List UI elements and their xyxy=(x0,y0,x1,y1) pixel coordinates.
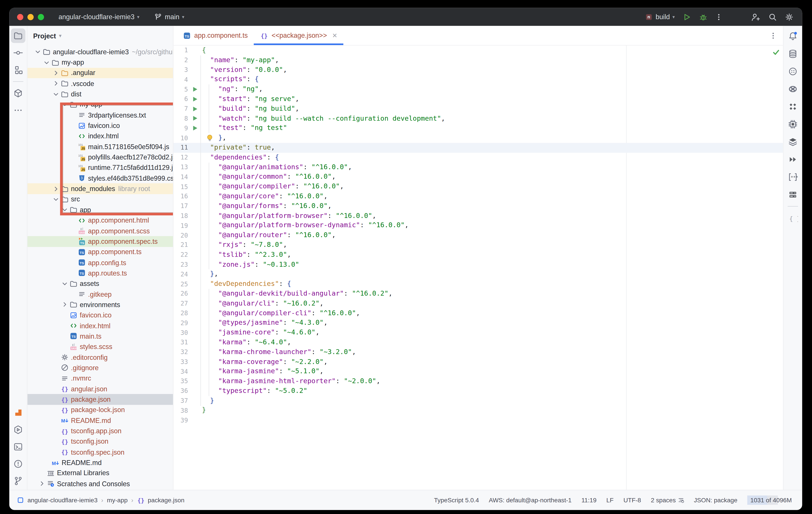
status-item[interactable]: UTF-8 xyxy=(624,496,641,504)
close-tab-icon[interactable]: ✕ xyxy=(332,32,337,39)
chevron-right-icon[interactable] xyxy=(61,300,69,309)
tab-app-component-ts[interactable]: TS app.component.ts xyxy=(176,26,254,45)
tree-row[interactable]: External Libraries xyxy=(27,468,173,479)
close-window-button[interactable] xyxy=(17,14,23,20)
line-number[interactable]: 6 xyxy=(173,95,188,103)
settings-button[interactable] xyxy=(785,12,794,21)
line-number[interactable]: 11 xyxy=(173,144,188,151)
tree-row[interactable]: index.html xyxy=(27,131,173,142)
line-number[interactable]: 13 xyxy=(173,164,188,171)
tree-row[interactable]: {}tsconfig.json xyxy=(27,436,173,447)
line-number[interactable]: 1 xyxy=(173,47,188,54)
tree-row[interactable]: TSapp.config.ts xyxy=(27,257,173,268)
chevron-down-icon[interactable] xyxy=(61,100,69,109)
line-number[interactable]: 26 xyxy=(173,290,188,297)
line-number[interactable]: 18 xyxy=(173,212,188,219)
chevron-down-icon[interactable] xyxy=(61,279,69,288)
line-number[interactable]: 37 xyxy=(173,397,188,404)
project-name-menu[interactable]: angular-cloudflare-iemie3 ▾ xyxy=(58,13,140,21)
debug-button[interactable] xyxy=(699,12,708,21)
breadcrumb-item[interactable]: {}package.json xyxy=(137,496,184,504)
line-number[interactable]: 5 xyxy=(173,86,188,93)
branch-menu[interactable]: main ▾ xyxy=(154,13,184,21)
line-number[interactable]: 28 xyxy=(173,309,188,317)
tab-options-kebab-icon[interactable] xyxy=(770,31,777,40)
notifications-bell-icon[interactable] xyxy=(785,29,800,43)
run-configuration-selector[interactable]: build ▾ xyxy=(645,13,675,21)
chevron-down-icon[interactable] xyxy=(52,90,60,98)
diamonds-icon[interactable] xyxy=(785,99,800,114)
tree-row[interactable]: 101JSpolyfills.4aecfb127e78c0d2.js xyxy=(27,152,173,162)
tree-row[interactable]: 101JSruntime.771c5fa6dd11d129.js xyxy=(27,162,173,173)
tree-row[interactable]: MREADME.md xyxy=(27,457,173,468)
tree-row[interactable]: Scratches and Consoles xyxy=(27,479,173,489)
round-button-icon[interactable] xyxy=(785,64,800,79)
chevron-right-icon[interactable] xyxy=(52,80,60,88)
project-folder-icon[interactable] xyxy=(11,28,25,43)
tree-row[interactable]: .editorconfig xyxy=(27,352,173,363)
status-item[interactable]: 2 spaces xyxy=(651,496,684,504)
run-script-icon[interactable] xyxy=(188,105,202,112)
chevron-right-icon[interactable] xyxy=(38,480,46,488)
line-number[interactable]: 19 xyxy=(173,222,188,229)
chevron-down-icon[interactable] xyxy=(61,206,69,214)
chevron-down-icon[interactable] xyxy=(34,48,42,56)
minimize-window-button[interactable] xyxy=(27,14,33,20)
line-number[interactable]: 29 xyxy=(173,319,188,327)
tree-row[interactable]: 3styles.ef46db3751d8e999.css xyxy=(27,173,173,184)
chevron-down-icon[interactable]: ▾ xyxy=(59,33,62,38)
line-number[interactable]: 31 xyxy=(173,339,188,346)
tree-row[interactable]: TSapp.component.spec.ts xyxy=(27,236,173,247)
chip-icon[interactable] xyxy=(785,117,800,131)
tab-package-json[interactable]: {} <<package.json>> ✕ xyxy=(254,26,344,45)
x-oval-icon[interactable] xyxy=(785,82,800,96)
tree-row[interactable]: TSapp.routes.ts xyxy=(27,268,173,278)
status-item[interactable]: TypeScript 5.0.4 xyxy=(434,496,479,504)
tree-row[interactable]: assets xyxy=(27,278,173,289)
tree-row[interactable]: MREADME.md xyxy=(27,415,173,426)
tree-row[interactable]: SASSstyles.scss xyxy=(27,341,173,352)
tree-row[interactable]: favicon.ico xyxy=(27,310,173,321)
tree-row[interactable]: angular-cloudflare-iemie3~/go/src/github… xyxy=(27,47,173,57)
line-number[interactable]: 30 xyxy=(173,329,188,336)
line-number[interactable]: 34 xyxy=(173,368,188,375)
services-hexagon-play-icon[interactable] xyxy=(11,422,25,437)
run-fast-icon[interactable] xyxy=(785,152,800,167)
tree-row[interactable]: .vscode xyxy=(27,78,173,89)
tree-row[interactable]: my-app xyxy=(27,99,173,110)
run-script-icon[interactable] xyxy=(188,115,202,122)
tree-row[interactable]: {}package.json xyxy=(27,394,173,405)
zoom-window-button[interactable] xyxy=(38,14,44,20)
run-button[interactable] xyxy=(682,12,691,21)
status-item[interactable]: 11:19 xyxy=(581,496,597,504)
line-number[interactable]: 32 xyxy=(173,349,188,356)
tree-row[interactable]: index.html xyxy=(27,321,173,331)
line-number[interactable]: 24 xyxy=(173,271,188,278)
chevron-down-icon[interactable] xyxy=(52,195,60,204)
line-number[interactable]: 38 xyxy=(173,407,188,414)
status-item[interactable]: LF xyxy=(606,496,614,504)
line-number[interactable]: 8 xyxy=(173,115,188,122)
line-number[interactable]: 9 xyxy=(173,125,188,132)
line-number[interactable]: 25 xyxy=(173,280,188,288)
line-number[interactable]: 23 xyxy=(173,261,188,268)
line-number[interactable]: 21 xyxy=(173,241,188,249)
tree-row[interactable]: {}tsconfig.spec.json xyxy=(27,447,173,457)
regex-brackets-icon[interactable]: *** xyxy=(785,170,800,184)
line-number[interactable]: 16 xyxy=(173,193,188,200)
commit-icon[interactable] xyxy=(11,46,25,60)
tree-row[interactable]: .gitignore xyxy=(27,363,173,373)
tree-row[interactable]: .gitkeep xyxy=(27,289,173,299)
chevron-down-icon[interactable] xyxy=(42,58,51,67)
tree-row[interactable]: SASSapp.component.scss xyxy=(27,226,173,236)
database-icon[interactable] xyxy=(785,47,800,61)
line-number[interactable]: 39 xyxy=(173,417,188,424)
json-braces-icon[interactable]: { } xyxy=(785,211,800,226)
terminal-icon[interactable] xyxy=(11,440,25,454)
more-icon[interactable] xyxy=(11,103,25,118)
run-script-icon[interactable] xyxy=(188,86,202,93)
line-number[interactable]: 36 xyxy=(173,387,188,395)
tree-row[interactable]: TSmain.ts xyxy=(27,331,173,341)
server-stack-icon[interactable] xyxy=(785,187,800,202)
git-branch-icon[interactable] xyxy=(11,474,25,488)
